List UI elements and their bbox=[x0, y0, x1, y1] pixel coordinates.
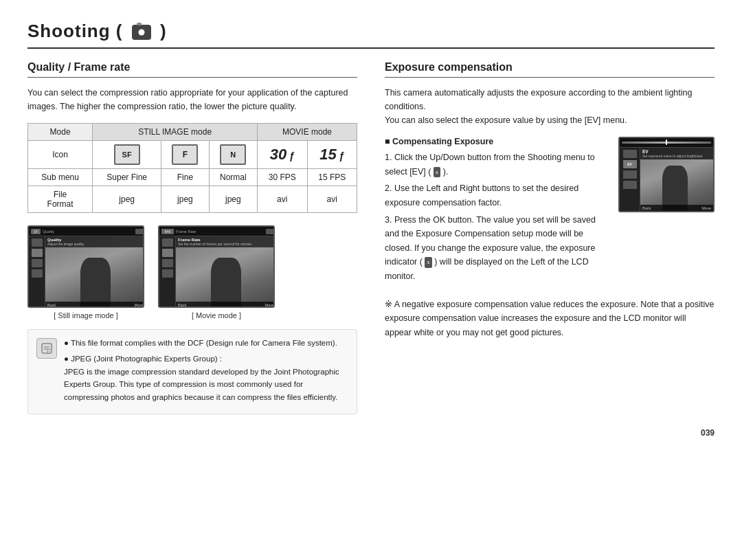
step-3: 3. Press the OK button. The value you se… bbox=[385, 213, 609, 284]
title-paren-close: ) bbox=[160, 21, 167, 41]
format-n: jpeg bbox=[209, 186, 257, 213]
icon-cell-sf: SF bbox=[93, 141, 161, 169]
step-2: 2. Use the Left and Right buttons to set… bbox=[385, 181, 609, 210]
title-text: Shooting ( bbox=[27, 21, 123, 41]
table-header-still: STILL IMAGE mode bbox=[93, 124, 258, 141]
format-label: FileFormat bbox=[28, 186, 93, 213]
submenu-label: Sub menu bbox=[28, 169, 93, 186]
ev-screen-mockup: EV EV S bbox=[618, 137, 715, 212]
quality-table: Mode STILL IMAGE mode MOVIE mode Icon SF bbox=[27, 123, 357, 213]
format-f: jpeg bbox=[161, 186, 209, 213]
format-30fps: avi bbox=[258, 186, 307, 213]
step-1: 1. Click the Up/Down button from the Sho… bbox=[385, 150, 609, 179]
compensation-text: ■ Compensating Exposure 1. Click the Up/… bbox=[385, 137, 609, 287]
table-row-icon: Icon SF F bbox=[28, 141, 357, 169]
table-header-mode: Mode bbox=[28, 124, 93, 141]
icon-cell-f: F bbox=[161, 141, 209, 169]
submenu-normal: Normal bbox=[209, 169, 257, 186]
exposure-section-title: Exposure compensation bbox=[385, 61, 715, 78]
submenu-30fps: 30 FPS bbox=[258, 169, 307, 186]
screen-mockups: 14 Quality bbox=[27, 225, 357, 320]
warning-section: ※ A negative exposure compensation value… bbox=[385, 298, 715, 340]
submenu-superfine: Super Fine bbox=[93, 169, 161, 186]
page-header: Shooting ( ) bbox=[27, 21, 715, 49]
table-row-submenu: Sub menu Super Fine Fine Normal 30 FPS 1… bbox=[28, 169, 357, 186]
note-icon bbox=[36, 338, 57, 359]
icon-cell-30fps: 30 ƒ bbox=[258, 141, 307, 169]
warning-marker: ※ bbox=[385, 300, 394, 309]
note-text: ● This file format complies with the DCF… bbox=[64, 337, 348, 407]
icon-row-label: Icon bbox=[28, 141, 93, 169]
still-mockup-frame: 14 Quality bbox=[27, 225, 144, 308]
format-15fps: avi bbox=[307, 186, 357, 213]
right-column: Exposure compensation This camera automa… bbox=[385, 61, 715, 414]
quality-description: You can select the compression ratio app… bbox=[27, 86, 357, 113]
table-row-format: FileFormat jpeg jpeg jpeg avi avi bbox=[28, 186, 357, 213]
compensating-section: ■ Compensating Exposure 1. Click the Up/… bbox=[385, 137, 715, 287]
submenu-fine: Fine bbox=[161, 169, 209, 186]
still-image-label: [ Still image mode ] bbox=[54, 311, 118, 320]
warning-text: ※ A negative exposure compensation value… bbox=[385, 298, 715, 340]
format-sf: jpeg bbox=[93, 186, 161, 213]
movie-mockup: 640 Frame Rate bbox=[158, 225, 275, 320]
still-image-mockup: 14 Quality bbox=[27, 225, 144, 320]
compensating-label: ■ Compensating Exposure bbox=[385, 137, 609, 146]
note-bullet-1: ● This file format complies with the DCF… bbox=[64, 337, 348, 349]
movie-mockup-frame: 640 Frame Rate bbox=[158, 225, 275, 308]
left-column: Quality / Frame rate You can select the … bbox=[27, 61, 357, 414]
movie-label: [ Movie mode ] bbox=[192, 311, 241, 320]
quality-section-title: Quality / Frame rate bbox=[27, 61, 357, 78]
exposure-desc-1: This camera automatically adjusts the ex… bbox=[385, 86, 715, 127]
camera-icon bbox=[132, 25, 151, 40]
table-header-movie: MOVIE mode bbox=[258, 124, 357, 141]
ev-mockup-frame: EV EV S bbox=[618, 137, 715, 212]
icon-cell-15fps: 15 ƒ bbox=[307, 141, 357, 169]
submenu-15fps: 15 FPS bbox=[307, 169, 357, 186]
main-content: Quality / Frame rate You can select the … bbox=[27, 61, 715, 414]
note-bullet-2: ● JPEG (Joint Photographic Experts Group… bbox=[64, 352, 348, 403]
note-box: ● This file format complies with the DCF… bbox=[27, 329, 357, 414]
icon-cell-n: N bbox=[209, 141, 257, 169]
page-number: 039 bbox=[27, 428, 715, 438]
page-title: Shooting ( ) bbox=[27, 21, 167, 42]
